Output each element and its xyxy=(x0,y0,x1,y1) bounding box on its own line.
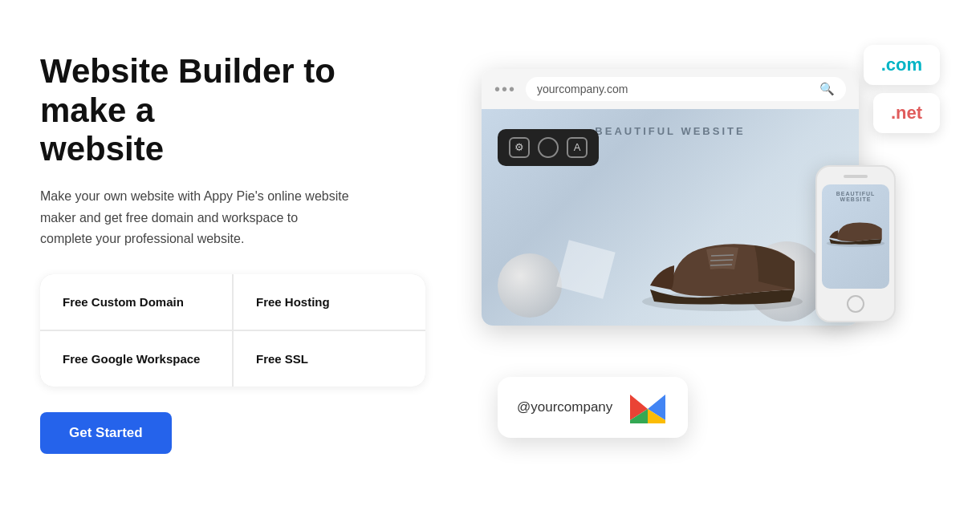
domain-net-pill: .net xyxy=(873,93,940,133)
phone-screen: BEAUTIFUL WEBSITE xyxy=(822,184,889,289)
shoe-image xyxy=(634,201,811,314)
email-card: @yourcompany xyxy=(498,377,688,438)
browser-bar: ••• yourcompany.com 🔍 xyxy=(482,69,859,109)
circle-icon xyxy=(538,137,559,158)
description-text: Make your own website with Appy Pie's on… xyxy=(40,186,353,249)
phone-home-button xyxy=(847,295,864,313)
cube-shape xyxy=(556,240,615,298)
left-section: Website Builder to make a website Make y… xyxy=(40,52,425,453)
svg-line-2 xyxy=(710,260,733,261)
gmail-logo xyxy=(627,391,669,423)
browser-address-bar: yourcompany.com 🔍 xyxy=(526,77,846,101)
toolbar-overlay: ⚙ A xyxy=(498,129,599,166)
phone-mockup: BEAUTIFUL WEBSITE xyxy=(815,165,896,322)
right-section: .com .net ••• yourcompany.com 🔍 BEAUTIFU… xyxy=(474,45,940,462)
svg-line-3 xyxy=(710,265,732,265)
feature-custom-domain: Free Custom Domain xyxy=(40,274,232,330)
browser-address-text: yourcompany.com xyxy=(537,83,628,95)
text-icon: A xyxy=(567,137,588,158)
search-icon: 🔍 xyxy=(819,82,835,96)
browser-image-text: BEAUTIFUL WEBSITE xyxy=(595,125,745,137)
feature-hosting: Free Hosting xyxy=(234,274,425,330)
feature-google-workspace: Free Google Workspace xyxy=(40,331,232,387)
browser-window: ••• yourcompany.com 🔍 BEAUTIFUL WEBSITE xyxy=(482,69,859,326)
svg-line-1 xyxy=(711,255,734,256)
domain-com-pill: .com xyxy=(864,45,940,85)
get-started-button[interactable]: Get Started xyxy=(40,412,172,454)
page-container: Website Builder to make a website Make y… xyxy=(0,0,980,506)
phone-screen-text: BEAUTIFUL WEBSITE xyxy=(825,191,886,202)
gear-icon: ⚙ xyxy=(509,137,530,158)
browser-dots: ••• xyxy=(494,81,516,97)
features-grid: Free Custom Domain Free Hosting Free Goo… xyxy=(40,274,425,387)
sphere-shape xyxy=(498,253,562,318)
phone-speaker xyxy=(844,175,868,178)
main-title: Website Builder to make a website xyxy=(40,52,425,168)
email-address-text: @yourcompany xyxy=(517,399,612,415)
feature-ssl: Free SSL xyxy=(234,331,425,387)
